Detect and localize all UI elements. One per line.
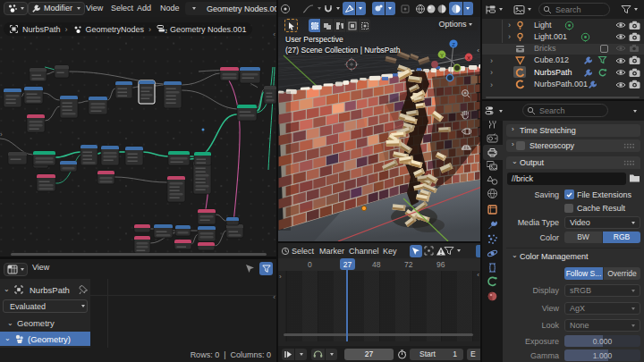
svg-text:X: X <box>467 55 470 61</box>
svg-text:2: 2 <box>165 29 168 34</box>
svg-text:Y: Y <box>440 53 444 58</box>
svg-text:Z: Z <box>452 42 455 47</box>
